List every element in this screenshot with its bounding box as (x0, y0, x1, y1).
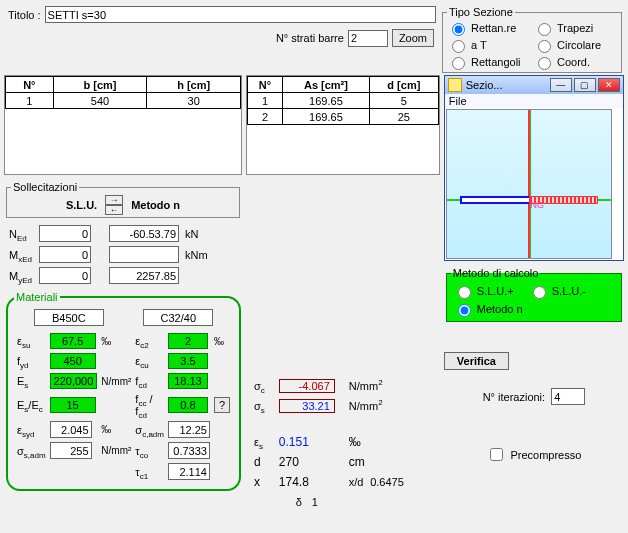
materiali-legend: Materiali (14, 291, 60, 303)
steel-class-input[interactable] (34, 309, 104, 326)
metodo-calcolo-group: Metodo di calcolo S.L.U.+S.L.U.-Metodo n (446, 267, 622, 322)
rebar-table[interactable]: N°As [cm²]d [cm] 1169.6552169.6525 (247, 76, 439, 125)
sollec-yEd-left[interactable] (39, 267, 91, 284)
niter-input[interactable] (551, 388, 585, 405)
table-row[interactable]: 1169.655 (248, 93, 439, 109)
sollec-left-label: S.L.U. (66, 199, 97, 211)
calc-slu[interactable]: S.L.U.+ (453, 283, 514, 299)
x-value: 174.8 (273, 473, 341, 491)
table-row[interactable]: 154030 (6, 93, 241, 109)
sollec-xEd-left[interactable] (39, 246, 91, 263)
sollec-Ed-right[interactable] (109, 225, 179, 242)
title-label: Titolo : (8, 9, 41, 21)
eps-s-value: 0.151 (273, 433, 341, 451)
niter-label: N° iterazioni: (483, 391, 545, 403)
sectype-rettanre[interactable]: Rettan.re (447, 20, 525, 36)
sectype-coord[interactable]: Coord. (533, 54, 611, 70)
menu-file[interactable]: File (449, 95, 467, 107)
section-window-title: Sezio... (466, 79, 548, 91)
sectype-rettangoli[interactable]: Rettangoli (447, 54, 525, 70)
tipo-sezione-group: Tipo Sezione Rettan.reTrapezia TCircolar… (442, 6, 622, 73)
help-button[interactable]: ? (214, 397, 230, 413)
sollec-values: NEdkNMxEdkNmMyEd (6, 222, 211, 287)
verifica-button[interactable]: Verifica (444, 352, 509, 370)
arrow-left-icon[interactable]: ← (105, 205, 123, 215)
section-midline (528, 110, 530, 258)
concrete-class-input[interactable] (143, 309, 213, 326)
tipo-sezione-legend: Tipo Sezione (447, 6, 515, 18)
materiali-group: Materiali εsu67.5‰εc22‰ fyd450εcu3.5 Es2… (6, 291, 241, 491)
delta-value: 1 (312, 496, 318, 508)
materials-table: εsu67.5‰εc22‰ fyd450εcu3.5 Es220,000N/mm… (14, 330, 233, 483)
calc-metodon[interactable]: Metodo n (453, 301, 523, 317)
xd-value: 0.6475 (370, 476, 404, 488)
sigma-c-value: -4.067 (279, 379, 335, 393)
sectype-trapezi[interactable]: Trapezi (533, 20, 611, 36)
section-window-icon (448, 78, 462, 92)
sollec-legend: Sollecitazioni (11, 181, 79, 193)
d-value: 270 (273, 453, 341, 471)
table-row[interactable]: 2169.6525 (248, 109, 439, 125)
zoom-button[interactable]: Zoom (392, 29, 434, 47)
sollec-xEd-right[interactable] (109, 246, 179, 263)
strati-label: N° strati barre (276, 32, 344, 44)
maximize-button[interactable]: ▢ (574, 78, 596, 92)
sectype-circolare[interactable]: Circolare (533, 37, 611, 53)
metodo-calcolo-legend: Metodo di calcolo (451, 267, 541, 279)
results-table: σc -4.067 N/mm2 σs 33.21 N/mm2 εs 0.151 … (246, 375, 412, 513)
close-button[interactable]: ✕ (598, 78, 620, 92)
geometry-table-wrap: N°b [cm]h [cm] 154030 (4, 75, 242, 175)
minimize-button[interactable]: — (550, 78, 572, 92)
geometry-table[interactable]: N°b [cm]h [cm] 154030 (5, 76, 241, 109)
calc-slu[interactable]: S.L.U.- (528, 283, 586, 299)
sollec-right-label: Metodo n (131, 199, 180, 211)
section-canvas: NG (446, 109, 612, 259)
sollec-yEd-right[interactable] (109, 267, 179, 284)
section-centroid-label: NG (530, 200, 544, 210)
sectype-at[interactable]: a T (447, 37, 525, 53)
sollec-Ed-left[interactable] (39, 225, 91, 242)
arrow-right-icon[interactable]: → (105, 195, 123, 205)
sigma-s-value: 33.21 (279, 399, 335, 413)
strati-input[interactable] (348, 30, 388, 47)
sollecitazioni-group: Sollecitazioni S.L.U. → ← Metodo n (6, 181, 240, 218)
precompresso-label: Precompresso (510, 449, 581, 461)
title-input[interactable] (45, 6, 436, 23)
section-window: Sezio... — ▢ ✕ File NG (444, 75, 624, 261)
sollec-swap-arrows[interactable]: → ← (105, 195, 123, 215)
rebar-table-wrap: N°As [cm²]d [cm] 1169.6552169.6525 (246, 75, 440, 175)
precompresso-checkbox[interactable] (490, 448, 503, 461)
section-window-titlebar[interactable]: Sezio... — ▢ ✕ (445, 76, 623, 94)
